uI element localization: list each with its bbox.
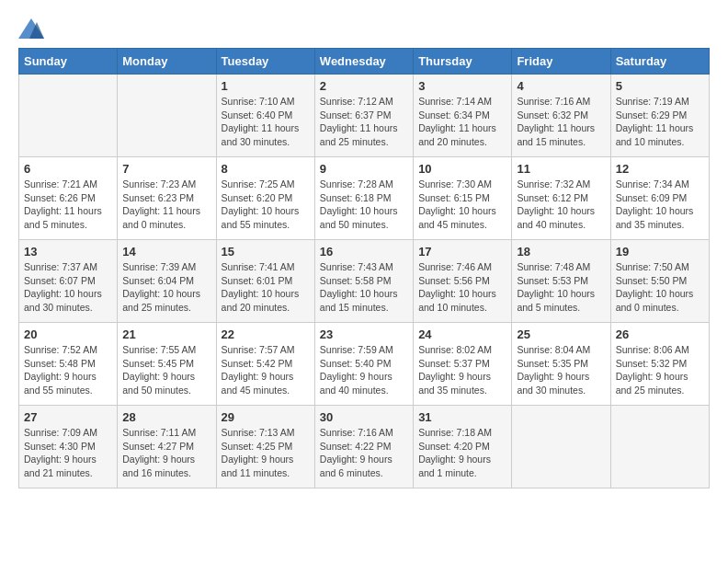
day-number: 11 [517, 162, 605, 176]
calendar-cell: 15Sunrise: 7:41 AM Sunset: 6:01 PM Dayli… [216, 240, 314, 323]
calendar-week-row: 20Sunrise: 7:52 AM Sunset: 5:48 PM Dayli… [19, 323, 710, 406]
calendar-cell: 9Sunrise: 7:28 AM Sunset: 6:18 PM Daylig… [314, 157, 413, 240]
day-info: Sunrise: 7:48 AM Sunset: 5:53 PM Dayligh… [517, 260, 605, 315]
day-number: 24 [418, 327, 506, 341]
day-info: Sunrise: 7:23 AM Sunset: 6:23 PM Dayligh… [122, 178, 210, 232]
day-number: 22 [222, 327, 310, 341]
calendar-cell [512, 406, 610, 488]
day-number: 3 [418, 79, 506, 93]
calendar-cell: 16Sunrise: 7:43 AM Sunset: 5:58 PM Dayli… [314, 240, 413, 323]
day-info: Sunrise: 7:52 AM Sunset: 5:48 PM Dayligh… [24, 343, 112, 397]
day-info: Sunrise: 7:10 AM Sunset: 6:40 PM Dayligh… [222, 95, 310, 149]
calendar-cell: 26Sunrise: 8:06 AM Sunset: 5:32 PM Dayli… [610, 323, 709, 406]
weekday-header-monday: Monday [118, 49, 216, 75]
calendar-cell: 4Sunrise: 7:16 AM Sunset: 6:32 PM Daylig… [512, 75, 610, 157]
calendar-table: SundayMondayTuesdayWednesdayThursdayFrid… [18, 48, 710, 488]
day-info: Sunrise: 7:25 AM Sunset: 6:20 PM Dayligh… [222, 178, 310, 232]
calendar-cell: 31Sunrise: 7:18 AM Sunset: 4:20 PM Dayli… [414, 406, 512, 488]
calendar-cell: 14Sunrise: 7:39 AM Sunset: 6:04 PM Dayli… [118, 240, 216, 323]
day-number: 15 [222, 245, 310, 259]
calendar-cell: 1Sunrise: 7:10 AM Sunset: 6:40 PM Daylig… [216, 75, 314, 157]
day-number: 6 [24, 162, 112, 176]
day-number: 25 [517, 327, 605, 341]
day-info: Sunrise: 8:06 AM Sunset: 5:32 PM Dayligh… [616, 343, 704, 397]
day-info: Sunrise: 8:02 AM Sunset: 5:37 PM Dayligh… [418, 343, 506, 397]
day-info: Sunrise: 7:37 AM Sunset: 6:07 PM Dayligh… [24, 260, 112, 315]
weekday-header-friday: Friday [512, 49, 610, 75]
calendar-cell: 10Sunrise: 7:30 AM Sunset: 6:15 PM Dayli… [414, 157, 512, 240]
calendar-cell: 8Sunrise: 7:25 AM Sunset: 6:20 PM Daylig… [216, 157, 314, 240]
calendar-header: SundayMondayTuesdayWednesdayThursdayFrid… [19, 49, 710, 75]
calendar-cell: 25Sunrise: 8:04 AM Sunset: 5:35 PM Dayli… [512, 323, 610, 406]
calendar-cell: 22Sunrise: 7:57 AM Sunset: 5:42 PM Dayli… [216, 323, 314, 406]
weekday-header-sunday: Sunday [19, 49, 118, 75]
calendar-week-row: 6Sunrise: 7:21 AM Sunset: 6:26 PM Daylig… [19, 157, 710, 240]
day-number: 5 [616, 79, 704, 93]
day-info: Sunrise: 7:57 AM Sunset: 5:42 PM Dayligh… [222, 343, 310, 397]
day-info: Sunrise: 7:11 AM Sunset: 4:27 PM Dayligh… [122, 426, 210, 480]
calendar-cell: 12Sunrise: 7:34 AM Sunset: 6:09 PM Dayli… [610, 157, 709, 240]
weekday-header-thursday: Thursday [414, 49, 512, 75]
day-number: 13 [24, 245, 112, 259]
day-number: 1 [222, 79, 310, 93]
day-number: 21 [122, 327, 210, 341]
day-info: Sunrise: 7:21 AM Sunset: 6:26 PM Dayligh… [24, 178, 112, 232]
day-info: Sunrise: 7:12 AM Sunset: 6:37 PM Dayligh… [320, 95, 408, 149]
weekday-header-row: SundayMondayTuesdayWednesdayThursdayFrid… [19, 49, 710, 75]
header [18, 18, 710, 39]
calendar-cell: 19Sunrise: 7:50 AM Sunset: 5:50 PM Dayli… [610, 240, 709, 323]
day-info: Sunrise: 7:18 AM Sunset: 4:20 PM Dayligh… [418, 426, 506, 480]
day-info: Sunrise: 7:14 AM Sunset: 6:34 PM Dayligh… [418, 95, 506, 149]
day-info: Sunrise: 7:43 AM Sunset: 5:58 PM Dayligh… [320, 260, 408, 315]
day-info: Sunrise: 7:55 AM Sunset: 5:45 PM Dayligh… [122, 343, 210, 397]
calendar-body: 1Sunrise: 7:10 AM Sunset: 6:40 PM Daylig… [19, 75, 710, 488]
calendar-cell: 21Sunrise: 7:55 AM Sunset: 5:45 PM Dayli… [118, 323, 216, 406]
day-number: 30 [320, 410, 408, 424]
calendar-cell: 30Sunrise: 7:16 AM Sunset: 4:22 PM Dayli… [314, 406, 413, 488]
day-number: 9 [320, 162, 408, 176]
day-number: 10 [418, 162, 506, 176]
calendar-week-row: 1Sunrise: 7:10 AM Sunset: 6:40 PM Daylig… [19, 75, 710, 157]
calendar-cell: 3Sunrise: 7:14 AM Sunset: 6:34 PM Daylig… [414, 75, 512, 157]
day-info: Sunrise: 7:30 AM Sunset: 6:15 PM Dayligh… [418, 178, 506, 232]
logo-icon [18, 18, 44, 39]
calendar-cell: 29Sunrise: 7:13 AM Sunset: 4:25 PM Dayli… [216, 406, 314, 488]
day-info: Sunrise: 7:09 AM Sunset: 4:30 PM Dayligh… [24, 426, 112, 480]
day-number: 29 [222, 410, 310, 424]
day-info: Sunrise: 7:46 AM Sunset: 5:56 PM Dayligh… [418, 260, 506, 315]
day-number: 4 [517, 79, 605, 93]
calendar-week-row: 13Sunrise: 7:37 AM Sunset: 6:07 PM Dayli… [19, 240, 710, 323]
day-number: 14 [122, 245, 210, 259]
day-info: Sunrise: 7:39 AM Sunset: 6:04 PM Dayligh… [122, 260, 210, 315]
day-info: Sunrise: 7:28 AM Sunset: 6:18 PM Dayligh… [320, 178, 408, 232]
day-info: Sunrise: 7:19 AM Sunset: 6:29 PM Dayligh… [616, 95, 704, 149]
day-info: Sunrise: 7:13 AM Sunset: 4:25 PM Dayligh… [222, 426, 310, 480]
calendar-cell: 24Sunrise: 8:02 AM Sunset: 5:37 PM Dayli… [414, 323, 512, 406]
day-number: 26 [616, 327, 704, 341]
calendar-cell: 11Sunrise: 7:32 AM Sunset: 6:12 PM Dayli… [512, 157, 610, 240]
day-number: 19 [616, 245, 704, 259]
day-number: 28 [122, 410, 210, 424]
calendar-cell: 18Sunrise: 7:48 AM Sunset: 5:53 PM Dayli… [512, 240, 610, 323]
day-number: 8 [222, 162, 310, 176]
calendar-cell [118, 75, 216, 157]
calendar-cell: 13Sunrise: 7:37 AM Sunset: 6:07 PM Dayli… [19, 240, 118, 323]
day-info: Sunrise: 7:59 AM Sunset: 5:40 PM Dayligh… [320, 343, 408, 397]
day-info: Sunrise: 7:34 AM Sunset: 6:09 PM Dayligh… [616, 178, 704, 232]
day-number: 18 [517, 245, 605, 259]
weekday-header-saturday: Saturday [610, 49, 709, 75]
calendar-cell: 6Sunrise: 7:21 AM Sunset: 6:26 PM Daylig… [19, 157, 118, 240]
day-info: Sunrise: 7:16 AM Sunset: 4:22 PM Dayligh… [320, 426, 408, 480]
day-number: 7 [122, 162, 210, 176]
calendar-cell [19, 75, 118, 157]
calendar-cell: 2Sunrise: 7:12 AM Sunset: 6:37 PM Daylig… [314, 75, 413, 157]
day-number: 31 [418, 410, 506, 424]
logo [18, 18, 48, 39]
day-number: 12 [616, 162, 704, 176]
calendar-week-row: 27Sunrise: 7:09 AM Sunset: 4:30 PM Dayli… [19, 406, 710, 488]
day-number: 27 [24, 410, 112, 424]
calendar-cell: 7Sunrise: 7:23 AM Sunset: 6:23 PM Daylig… [118, 157, 216, 240]
weekday-header-tuesday: Tuesday [216, 49, 314, 75]
calendar-cell [610, 406, 709, 488]
day-info: Sunrise: 8:04 AM Sunset: 5:35 PM Dayligh… [517, 343, 605, 397]
